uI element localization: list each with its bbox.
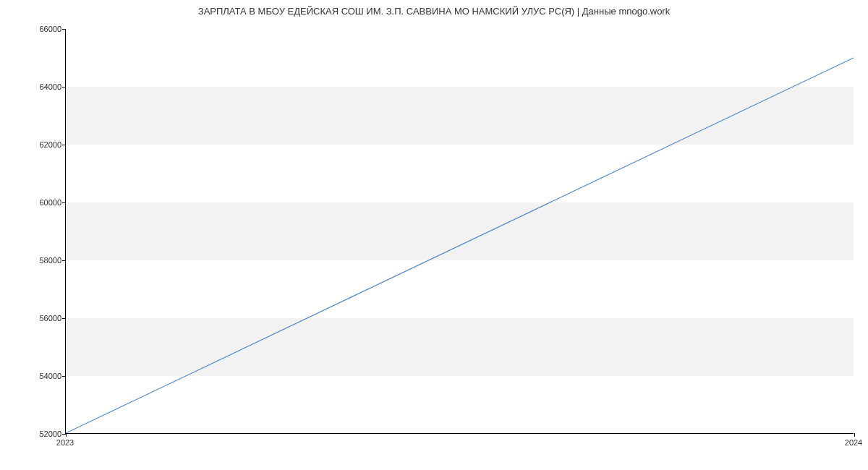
- y-tick-label: 54000: [25, 372, 61, 380]
- y-tick-mark: [62, 202, 66, 203]
- y-tick-mark: [62, 318, 66, 319]
- y-tick-label: 66000: [25, 25, 61, 33]
- line-layer: [66, 29, 854, 433]
- y-tick-label: 62000: [25, 140, 61, 149]
- x-tick-mark: [66, 433, 67, 437]
- y-tick-label: 52000: [25, 430, 61, 438]
- y-tick-mark: [62, 260, 66, 261]
- x-tick-mark: [854, 433, 855, 437]
- y-tick-label: 58000: [25, 256, 61, 265]
- y-tick-mark: [62, 376, 66, 377]
- y-tick-label: 64000: [25, 82, 61, 91]
- plot-area: [65, 29, 854, 434]
- chart-title: ЗАРПЛАТА В МБОУ ЕДЕЙСКАЯ СОШ ИМ. З.П. СА…: [0, 6, 868, 17]
- y-tick-label: 60000: [25, 198, 61, 207]
- y-tick-label: 56000: [25, 314, 61, 322]
- x-tick-label: 2023: [56, 438, 74, 447]
- y-tick-mark: [62, 87, 66, 87]
- y-tick-mark: [62, 145, 66, 145]
- series-line: [66, 58, 854, 433]
- y-tick-mark: [62, 29, 66, 30]
- chart-container: ЗАРПЛАТА В МБОУ ЕДЕЙСКАЯ СОШ ИМ. З.П. СА…: [0, 0, 868, 470]
- x-tick-label: 2024: [845, 438, 862, 447]
